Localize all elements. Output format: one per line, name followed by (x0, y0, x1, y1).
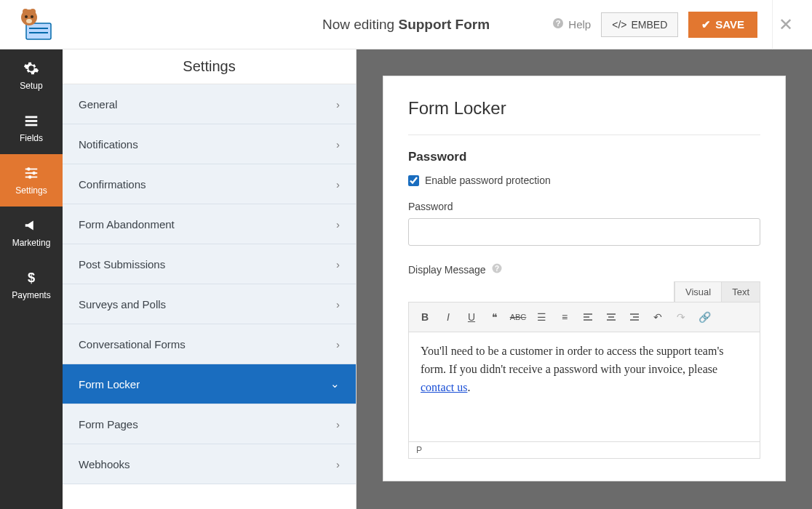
align-left-icon (583, 312, 593, 322)
settings-item-label: Form Pages (79, 418, 138, 430)
settings-item-form-abandonment[interactable]: Form Abandonment› (63, 204, 356, 244)
settings-item-notifications[interactable]: Notifications› (63, 124, 356, 164)
close-icon: ✕ (779, 15, 793, 35)
settings-item-label: Conversational Forms (79, 338, 186, 350)
svg-rect-0 (26, 23, 51, 39)
embed-label: EMBED (631, 19, 667, 31)
embed-icon: </> (612, 19, 626, 31)
nav-marketing[interactable]: Marketing (0, 207, 63, 259)
settings-item-label: Surveys and Polls (79, 298, 166, 310)
settings-item-confirmations[interactable]: Confirmations› (63, 164, 356, 204)
strikethrough-button[interactable]: ABC (508, 307, 528, 327)
contact-us-link[interactable]: contact us (421, 381, 467, 393)
settings-item-label: Post Submissions (79, 258, 165, 270)
svg-rect-12 (25, 120, 38, 122)
nav-setup[interactable]: Setup (0, 49, 63, 102)
settings-item-form-locker[interactable]: Form Locker⌄ (63, 364, 356, 404)
svg-rect-11 (25, 116, 38, 119)
italic-button[interactable]: I (438, 307, 458, 327)
link-button[interactable]: 🔗 (694, 307, 715, 327)
help-link[interactable]: ? Help (552, 17, 591, 31)
settings-item-general[interactable]: General› (63, 84, 356, 124)
number-list-button[interactable]: ≡ (554, 307, 575, 327)
ul-icon: ☰ (537, 311, 546, 323)
svg-point-6 (25, 15, 28, 18)
ol-icon: ≡ (562, 311, 568, 323)
svg-text:?: ? (556, 19, 561, 28)
settings-item-surveys-and-polls[interactable]: Surveys and Polls› (63, 284, 356, 324)
password-input[interactable] (408, 218, 760, 246)
svg-point-19 (28, 175, 31, 178)
undo-icon: ↶ (653, 311, 662, 323)
tab-text[interactable]: Text (721, 282, 760, 302)
editor-statusbar: P (409, 441, 760, 458)
bullet-list-button[interactable]: ☰ (531, 307, 552, 327)
chevron-right-icon: › (336, 418, 340, 430)
svg-point-8 (26, 19, 32, 23)
chevron-right-icon: › (336, 138, 340, 151)
nav-label: Setup (20, 81, 42, 91)
embed-button[interactable]: </> EMBED (601, 12, 678, 37)
content-area: Form Locker Password Enable password pro… (357, 49, 812, 509)
settings-item-post-submissions[interactable]: Post Submissions› (63, 244, 356, 284)
topbar: Now editing Support Form ? Help </> EMBE… (0, 0, 812, 49)
display-message-text: Display Message (408, 264, 486, 276)
list-icon (23, 113, 39, 129)
underline-button[interactable]: U (461, 307, 482, 327)
redo-button[interactable]: ↷ (671, 307, 691, 327)
nav-label: Marketing (12, 238, 51, 248)
app-logo (13, 7, 58, 42)
align-center-icon (606, 312, 616, 322)
settings-item-label: Form Abandonment (79, 218, 175, 231)
nav-fields[interactable]: Fields (0, 102, 63, 154)
editing-prefix: Now editing (322, 17, 399, 32)
settings-item-webhooks[interactable]: Webhooks› (63, 444, 356, 484)
enable-password-row[interactable]: Enable password protection (408, 175, 760, 186)
svg-rect-13 (25, 124, 38, 127)
editing-form-name: Support Form (398, 17, 490, 32)
svg-point-17 (27, 167, 30, 170)
bold-button[interactable]: B (415, 307, 435, 327)
chevron-right-icon: › (336, 298, 340, 310)
svg-point-5 (30, 9, 36, 15)
settings-column: Settings General›Notifications›Confirmat… (63, 49, 357, 509)
check-icon: ✔ (701, 18, 711, 31)
chevron-right-icon: › (336, 218, 340, 231)
close-button[interactable]: ✕ (772, 0, 799, 49)
editor-body[interactable]: You'll need to be a customer in order to… (409, 332, 760, 441)
chevron-right-icon: › (336, 258, 340, 270)
svg-text:?: ? (495, 265, 499, 273)
link-icon: 🔗 (698, 311, 711, 323)
enable-password-checkbox[interactable] (408, 175, 419, 186)
nav-label: Settings (15, 185, 47, 196)
divider (408, 135, 760, 135)
password-label: Password (408, 201, 760, 212)
nav-payments[interactable]: $ Payments (0, 259, 63, 311)
align-right-icon (629, 312, 640, 322)
align-right-button[interactable] (624, 307, 645, 327)
form-locker-panel: Form Locker Password Enable password pro… (383, 76, 786, 481)
tab-visual[interactable]: Visual (674, 282, 721, 302)
svg-point-18 (32, 172, 35, 175)
blockquote-button[interactable]: ❝ (485, 307, 505, 327)
settings-item-form-pages[interactable]: Form Pages› (63, 404, 356, 444)
checkbox-label: Enable password protection (425, 175, 551, 186)
align-center-button[interactable] (601, 307, 621, 327)
chevron-right-icon: › (336, 338, 340, 350)
redo-icon: ↷ (677, 311, 685, 323)
align-left-button[interactable] (578, 307, 598, 327)
panel-title: Form Locker (408, 98, 760, 119)
save-button[interactable]: ✔ SAVE (688, 12, 757, 38)
save-label: SAVE (715, 18, 744, 31)
nav-label: Payments (12, 290, 50, 300)
help-tooltip-icon[interactable]: ? (492, 263, 502, 276)
rich-text-editor: B I U ❝ ABC ☰ ≡ ↶ ↷ 🔗 You'll need to be … (408, 302, 760, 459)
undo-button[interactable]: ↶ (648, 307, 668, 327)
settings-item-label: Webhooks (79, 458, 130, 470)
settings-item-conversational-forms[interactable]: Conversational Forms› (63, 324, 356, 364)
quote-icon: ❝ (492, 311, 498, 323)
chevron-right-icon: › (336, 98, 340, 111)
nav-settings[interactable]: Settings (0, 154, 63, 207)
help-icon: ? (552, 17, 564, 31)
chevron-right-icon: › (336, 178, 340, 191)
